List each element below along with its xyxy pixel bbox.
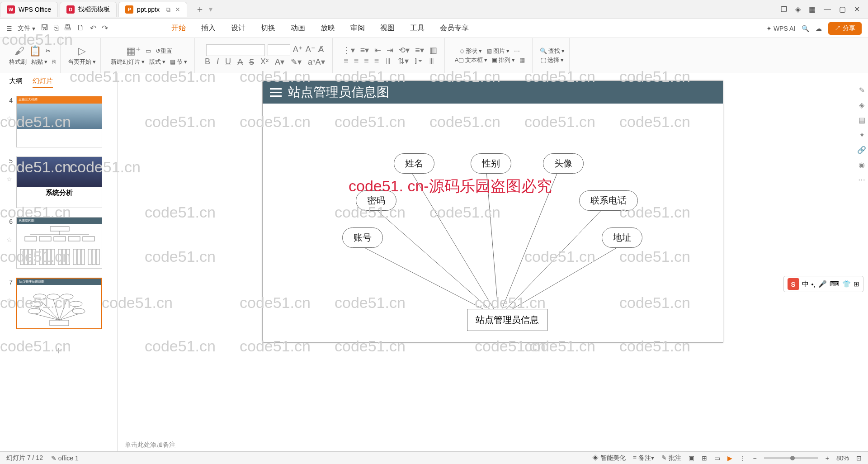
ribbon-tab-design[interactable]: 设计 [231, 24, 245, 33]
layers-tool-icon[interactable]: ▤ [859, 116, 865, 124]
ribbon-tab-review[interactable]: 审阅 [350, 24, 365, 33]
more-tools-icon[interactable]: ⋯ [858, 175, 865, 184]
zoom-out-icon[interactable]: − [753, 455, 757, 462]
search-icon[interactable]: 🔍 [802, 25, 809, 32]
align-objects-icon[interactable]: ▦ [519, 57, 525, 63]
italic-icon[interactable]: I [217, 57, 219, 67]
canvas-area[interactable]: 站点管理员信息图 姓名 性别 头像 密码 [118, 73, 868, 438]
magic-tool-icon[interactable]: ✦ [859, 131, 865, 139]
new-slide-icon[interactable]: ▦⁺ [126, 45, 141, 57]
textbox-dropdown[interactable]: A▢文本框▾ [455, 56, 488, 64]
attr-name[interactable]: 姓名 [394, 153, 434, 174]
strike-icon[interactable]: A̶ [237, 57, 243, 67]
strikethrough-icon[interactable]: S̶ [249, 57, 254, 67]
numbering-icon[interactable]: ≡▾ [360, 45, 369, 55]
bullets-icon[interactable]: ⋮▾ [343, 45, 355, 55]
ribbon-tab-slideshow[interactable]: 放映 [321, 24, 335, 33]
group-play[interactable]: ▷当页开始▾ [63, 38, 101, 73]
notes-button[interactable]: ≡ 备注▾ [633, 454, 654, 462]
comments-button[interactable]: ✎ 批注 [661, 454, 681, 462]
ime-lang[interactable]: 中 [802, 280, 809, 289]
slide-7[interactable]: 站点管理员信息图 姓名 性别 头像 密码 [262, 80, 723, 343]
zoom-in-icon[interactable]: + [826, 455, 829, 462]
ribbon-tab-tools[interactable]: 工具 [410, 24, 425, 33]
share-button[interactable]: ↗ 分享 [828, 22, 862, 35]
format-icon[interactable]: aⁿA▾ [308, 57, 325, 67]
ribbon-tab-view[interactable]: 视图 [380, 24, 395, 33]
cut-icon[interactable]: ✂ [46, 47, 51, 54]
format-painter-label[interactable]: 格式刷 [9, 58, 27, 66]
cube-icon[interactable]: ◈ [795, 5, 801, 14]
align-icon[interactable]: ≡▾ [415, 45, 424, 55]
new-tab-button[interactable]: ＋ [195, 3, 204, 15]
qat-undo-icon[interactable]: ↶ [90, 24, 96, 33]
outline-tab[interactable]: 大纲 [9, 77, 23, 88]
star-icon[interactable]: ☆ [6, 175, 13, 183]
columns-icon[interactable]: ▥ [429, 45, 437, 55]
slides-tab[interactable]: 幻灯片 [33, 77, 53, 88]
ime-punct[interactable]: •, [811, 280, 816, 288]
attr-account[interactable]: 账号 [342, 227, 383, 248]
section-dropdown[interactable]: ▤节▾ [170, 58, 187, 66]
line-spacing-icon[interactable]: ⇅▾ [398, 56, 409, 66]
ribbon-tab-vip[interactable]: 会员专享 [440, 24, 469, 33]
ime-mic-icon[interactable]: 🎤 [818, 280, 827, 288]
new-slide-dropdown[interactable]: 新建幻灯片▾ [111, 58, 145, 66]
font-name-input[interactable] [206, 44, 265, 56]
qat-export-icon[interactable]: ⎘ [54, 24, 58, 33]
spacing-icon[interactable]: ⫿▾ [414, 56, 422, 66]
select-dropdown[interactable]: ⬚选择▾ [541, 56, 564, 64]
underline-icon[interactable]: U [225, 57, 231, 67]
shape-dropdown[interactable]: ◇形状▾ [460, 47, 482, 55]
thumbnail-list[interactable]: 4☆运输三大框架 5☆系统分析 6☆系统结构图 7☆站点管理员信息图 ＋ [0, 92, 117, 451]
clear-format-icon[interactable]: A̸ [318, 44, 324, 56]
ime-skin-icon[interactable]: 👕 [842, 280, 851, 288]
layout-icon[interactable]: ▭ [146, 47, 151, 54]
beautify-button[interactable]: ◈ 智能美化 [592, 454, 626, 462]
thumbnail-7[interactable]: 站点管理员信息图 [16, 278, 102, 329]
shrink-font-icon[interactable]: A⁻ [306, 44, 316, 56]
arrange-dropdown[interactable]: ▣排列▾ [492, 56, 515, 64]
align-left-icon[interactable]: ≡ [344, 56, 349, 66]
align-center-icon[interactable]: ≡ [354, 56, 359, 66]
star-icon[interactable]: ☆ [6, 115, 13, 122]
attr-phone[interactable]: 联系电话 [579, 190, 638, 211]
zoom-value[interactable]: 80% [836, 455, 849, 462]
view-normal-icon[interactable]: ▣ [689, 455, 694, 462]
attr-gender[interactable]: 性别 [471, 153, 511, 174]
tab-list-icon[interactable]: ▾ [209, 5, 212, 14]
add-slide-button[interactable]: ＋ [6, 338, 111, 363]
thumbnail-6[interactable]: 系统结构图 [16, 217, 102, 269]
ime-toolbar[interactable]: S 中 •, 🎤 ⌨ 👕 ⊞ [783, 276, 863, 292]
layout-dropdown[interactable]: 版式▾ [149, 58, 165, 66]
paste-icon[interactable]: 📋 [29, 45, 41, 57]
find-dropdown[interactable]: 🔍查找▾ [540, 47, 565, 55]
bold-icon[interactable]: B [205, 57, 210, 67]
justify-icon[interactable]: ≡ [374, 56, 379, 66]
file-menu[interactable]: 文件▾ [18, 24, 35, 33]
attr-avatar[interactable]: 头像 [543, 153, 584, 174]
font-color-icon[interactable]: A▾ [275, 57, 284, 67]
distribute-icon[interactable]: ⫼ [384, 56, 392, 66]
record-tool-icon[interactable]: ◉ [859, 161, 865, 169]
app-menu-icon[interactable]: ☰ [6, 25, 12, 32]
qat-print-icon[interactable]: 🖶 [64, 24, 71, 33]
qat-redo-icon[interactable]: ↷ [102, 24, 108, 33]
ribbon-tab-home[interactable]: 开始 [171, 24, 186, 33]
format-painter-icon[interactable]: 🖌 [14, 45, 24, 57]
ribbon-tab-insert[interactable]: 插入 [201, 24, 216, 33]
ime-settings-icon[interactable]: ⊞ [854, 280, 859, 288]
thumbnail-5[interactable]: 系统分析 [16, 156, 102, 208]
tab-popout-icon[interactable]: ⧉ [166, 6, 170, 14]
superscript-icon[interactable]: X² [260, 57, 269, 67]
view-sorter-icon[interactable]: ⊞ [702, 455, 707, 462]
star-icon[interactable]: ☆ [6, 297, 13, 304]
maximize-icon[interactable]: ▢ [839, 5, 846, 14]
qat-preview-icon[interactable]: 🗋 [77, 24, 85, 33]
link-tool-icon[interactable]: 🔗 [857, 146, 866, 154]
star-icon[interactable]: ☆ [6, 236, 13, 243]
tab-templates[interactable]: D找稻壳模板 [60, 2, 117, 17]
close-icon[interactable]: ✕ [854, 5, 860, 14]
tab-wps-home[interactable]: WWPS Office [0, 2, 58, 17]
tab-current-file[interactable]: Pppt.pptx ⧉✕ [118, 2, 187, 17]
